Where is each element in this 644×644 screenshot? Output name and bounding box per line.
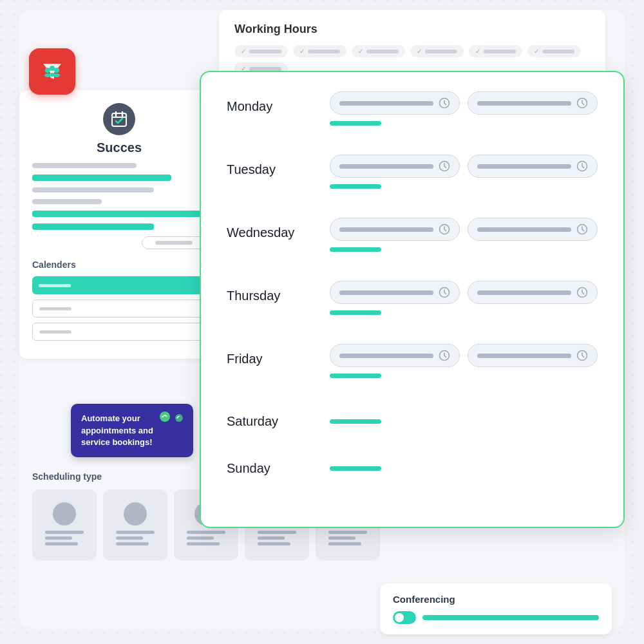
sched-lines-1 [45,531,84,548]
monday-end-time[interactable] [468,91,598,115]
wh-pill-tue: ✓ [293,45,346,57]
calendar-item-1[interactable] [32,276,206,294]
svg-point-12 [160,412,170,422]
day-row-monday: Monday [227,91,598,137]
friday-label: Friday [227,344,330,366]
wednesday-start-time[interactable] [330,218,460,241]
svg-rect-8 [112,113,126,126]
monday-times [330,91,598,126]
friday-end-time[interactable] [468,344,598,367]
sched-card-1[interactable] [32,489,97,560]
progress-6 [32,223,206,230]
day-row-friday: Friday [227,344,598,389]
friday-start-time[interactable] [330,344,460,367]
wednesday-label: Wednesday [227,218,330,240]
sunday-add-more[interactable] [330,466,381,471]
conferencing-toggle[interactable] [393,611,416,624]
wh-pill-sat: ✓ [527,45,581,57]
sunday-label: Sunday [227,461,330,476]
monday-start-time[interactable] [330,91,460,115]
gray-line-2 [32,187,154,193]
thursday-add-more[interactable] [330,310,381,315]
friday-times [330,344,598,378]
calendar-item-2[interactable] [32,299,206,317]
calendar-icon-area: Succes [32,103,206,155]
svg-point-2 [45,68,50,73]
progress-1 [32,163,206,168]
tuesday-add-more[interactable] [330,184,381,189]
calenders-label: Calenders [32,260,206,270]
tuesday-times [330,155,598,189]
left-panel: Succes Calenders [19,90,219,359]
conferencing-label: Conferencing [393,594,599,605]
conferencing-section: Conferencing [380,583,612,634]
conferencing-toggle-row [393,611,599,624]
monday-label: Monday [227,91,330,114]
saturday-add-more[interactable] [330,419,381,424]
wh-pill-fri: ✓ [469,45,522,57]
conferencing-bar [422,615,599,620]
tuesday-end-time[interactable] [468,155,598,178]
left-content [32,163,206,249]
sched-avatar-1 [53,502,76,526]
calenders-section: Calenders [32,260,206,341]
day-row-wednesday: Wednesday [227,218,598,263]
saturday-label: Saturday [227,414,330,429]
app-icon [29,48,75,95]
working-hours-modal: Monday [200,71,625,528]
wednesday-times [330,218,598,252]
thursday-label: Thursday [227,281,330,303]
wh-pill-wed: ✓ [352,45,405,57]
sched-lines-5 [328,531,367,548]
svg-point-3 [50,66,55,71]
wednesday-inputs [330,218,598,241]
success-text: Succes [97,140,142,155]
working-hours-title: Working Hours [234,23,590,36]
wednesday-add-more[interactable] [330,247,381,252]
sched-lines-3 [187,531,225,548]
sched-lines-4 [258,531,296,548]
progress-4 [32,199,206,204]
outline-button[interactable] [142,236,206,249]
progress-5 [32,211,206,217]
gray-line-1 [32,163,137,168]
green-bar-1 [32,175,171,181]
svg-point-4 [54,68,59,73]
tooltip-icons [158,410,187,423]
progress-3 [32,187,206,193]
calendar-circle-icon [103,103,135,135]
day-row-tuesday: Tuesday [227,155,598,200]
svg-point-13 [175,414,183,422]
gray-line-3 [32,199,102,204]
thursday-times [330,281,598,315]
wednesday-end-time[interactable] [468,218,598,241]
tooltip-box: Automate your appointments and service b… [71,404,193,457]
monday-inputs [330,91,598,115]
thursday-end-time[interactable] [468,281,598,304]
progress-2 [32,175,206,181]
thursday-inputs [330,281,598,304]
day-row-sunday: Sunday [227,454,598,483]
wh-pill-mon: ✓ [234,45,288,57]
wh-pill-thu: ✓ [410,45,464,57]
sched-lines-2 [116,531,155,548]
monday-add-more[interactable] [330,121,381,126]
sched-avatar-2 [124,502,147,526]
day-row-thursday: Thursday [227,281,598,326]
green-bar-3 [32,223,154,230]
day-row-saturday: Saturday [227,407,598,436]
friday-add-more[interactable] [330,374,381,378]
thursday-start-time[interactable] [330,281,460,304]
tuesday-start-time[interactable] [330,155,460,178]
green-bar-2 [32,211,206,217]
sched-card-2[interactable] [103,489,167,560]
tuesday-label: Tuesday [227,155,330,177]
tuesday-inputs [330,155,598,178]
svg-point-7 [53,73,60,77]
calendar-item-3[interactable] [32,323,206,341]
friday-inputs [330,344,598,367]
